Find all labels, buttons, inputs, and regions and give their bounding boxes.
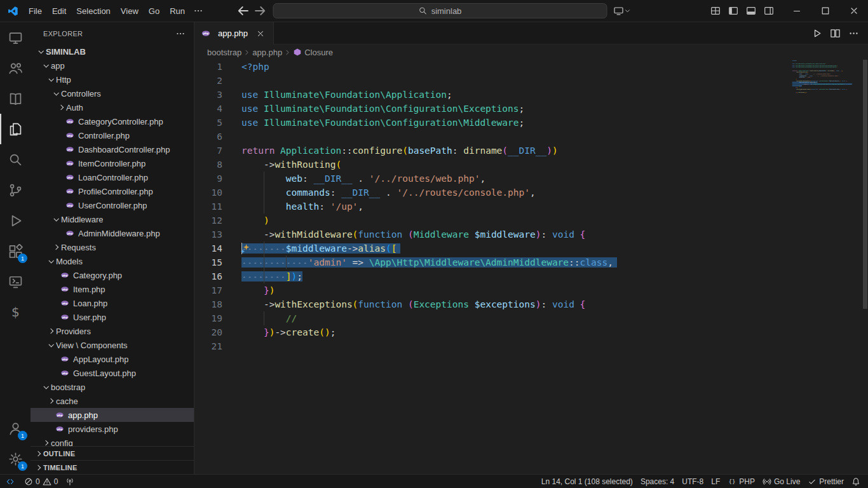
run-code-button[interactable] (811, 28, 822, 39)
tree-item-itemcontroller-php[interactable]: phpItemController.php (31, 156, 194, 170)
line-number[interactable]: 2 (194, 74, 234, 88)
activity-community[interactable] (0, 53, 31, 83)
line-number[interactable]: 6 (194, 130, 234, 144)
status-encoding[interactable]: UTF-8 (678, 475, 707, 488)
tree-item-http[interactable]: Http (31, 72, 194, 86)
activity-search[interactable] (0, 144, 31, 175)
tree-item-providers[interactable]: Providers (31, 324, 194, 338)
section-outline[interactable]: OUTLINE (31, 446, 194, 460)
tree-item-siminlab[interactable]: SIMINLAB (31, 44, 194, 58)
command-center-search[interactable]: siminlab (273, 3, 607, 18)
line-number[interactable]: 14 (194, 241, 234, 255)
activity-source-control[interactable] (0, 175, 31, 205)
line-number[interactable]: 18 (194, 297, 234, 311)
line-number[interactable]: 16 (194, 269, 234, 283)
code-line-15[interactable]: 15 'admin' => \App\Http\Middleware\Admin… (194, 255, 868, 269)
code-line-3[interactable]: 3use Illuminate\Foundation\Application; (194, 88, 868, 102)
tree-item-auth[interactable]: Auth (31, 100, 194, 114)
code-line-1[interactable]: 1<?php (194, 60, 868, 74)
line-number[interactable]: 4 (194, 102, 234, 116)
tree-item-requests[interactable]: Requests (31, 240, 194, 254)
activity-settings[interactable]: 1 (0, 444, 31, 474)
line-number[interactable]: 3 (194, 88, 234, 102)
line-number[interactable]: 8 (194, 158, 234, 172)
customize-layout-button[interactable] (707, 3, 724, 19)
activity-live-preview[interactable] (0, 22, 31, 53)
code-line-7[interactable]: 7return Application::configure(basePath:… (194, 144, 868, 158)
breadcrumb-closure[interactable]: Closure (292, 48, 334, 57)
tree-item-applayout-php[interactable]: phpAppLayout.php (31, 352, 194, 366)
tree-item-profilecontroller-php[interactable]: phpProfileController.php (31, 184, 194, 198)
activity-explorer[interactable] (0, 114, 31, 144)
explorer-more-actions-icon[interactable] (173, 27, 187, 41)
line-number[interactable]: 10 (194, 186, 234, 200)
line-number[interactable]: 15 (194, 255, 234, 269)
code-line-20[interactable]: 20 })->create(); (194, 325, 868, 339)
tree-item-user-php[interactable]: phpUser.php (31, 310, 194, 324)
line-number[interactable]: 5 (194, 116, 234, 130)
tree-item-usercontroller-php[interactable]: phpUserController.php (31, 198, 194, 212)
copilot-sparkle-icon[interactable] (240, 243, 250, 254)
menu-view[interactable]: View (116, 6, 144, 16)
tree-item-category-php[interactable]: phpCategory.php (31, 268, 194, 282)
code-line-13[interactable]: 13 ->withMiddleware(function (Middleware… (194, 227, 868, 241)
breadcrumb-bootstrap[interactable]: bootstrap (206, 48, 243, 57)
status-problems[interactable]: 00 (20, 475, 62, 488)
line-number[interactable]: 1 (194, 60, 234, 74)
menu-more-icon[interactable] (190, 4, 207, 18)
code-line-12[interactable]: 12 ) (194, 214, 868, 227)
code-line-5[interactable]: 5use Illuminate\Foundation\Configuration… (194, 116, 868, 130)
tree-item-config[interactable]: config (31, 436, 194, 446)
code-line-18[interactable]: 18 ->withExceptions(function (Exceptions… (194, 297, 868, 311)
code-line-19[interactable]: 19 // (194, 311, 868, 325)
line-number[interactable]: 20 (194, 325, 234, 339)
code-editor[interactable]: 1<?php23use Illuminate\Foundation\Applic… (194, 60, 868, 474)
status-language-mode[interactable]: {}PHP (724, 475, 759, 488)
tree-item-app-php[interactable]: phpapp.php (31, 408, 194, 422)
line-number[interactable]: 12 (194, 214, 234, 227)
split-editor-button[interactable] (830, 28, 841, 39)
breadcrumb-app-php[interactable]: app.php (251, 48, 283, 57)
code-line-17[interactable]: 17 }) (194, 283, 868, 297)
code-line-9[interactable]: 9 web: __DIR__ . '/../routes/web.php', (194, 172, 868, 186)
line-number[interactable]: 9 (194, 172, 234, 186)
tree-item-item-php[interactable]: phpItem.php (31, 282, 194, 296)
tree-item-categorycontroller-php[interactable]: phpCategoryController.php (31, 114, 194, 128)
status-eol-sequence[interactable]: LF (707, 475, 724, 488)
back-button[interactable] (236, 3, 251, 18)
minimize-button[interactable] (782, 0, 811, 22)
close-window-button[interactable] (839, 0, 868, 22)
status-remote-window[interactable] (0, 475, 20, 488)
maximize-button[interactable] (811, 0, 839, 22)
activity-sponsor[interactable]: $ (0, 297, 31, 327)
tree-item-loan-php[interactable]: phpLoan.php (31, 296, 194, 310)
activity-extensions[interactable]: 1 (0, 236, 31, 266)
activity-accounts[interactable]: 1 (0, 413, 31, 444)
code-line-10[interactable]: 10 commands: __DIR__ . '/../routes/conso… (194, 186, 868, 200)
activity-docs[interactable] (0, 83, 31, 114)
tree-item-adminmiddleware-php[interactable]: phpAdminMiddleware.php (31, 226, 194, 240)
activity-remote-explorer[interactable] (0, 266, 31, 297)
activity-run-debug[interactable] (0, 205, 31, 236)
line-number[interactable]: 21 (194, 339, 234, 353)
code-line-11[interactable]: 11 health: '/up', (194, 200, 868, 214)
code-line-16[interactable]: 16 ]); (194, 269, 868, 283)
code-line-8[interactable]: 8 ->withRouting( (194, 158, 868, 172)
editor-scrollbar[interactable] (863, 60, 867, 309)
toggle-secondary-sidebar-button[interactable] (761, 3, 777, 19)
line-number[interactable]: 17 (194, 283, 234, 297)
tree-item-controller-php[interactable]: phpController.php (31, 128, 194, 142)
tree-item-cache[interactable]: cache (31, 394, 194, 408)
code-line-14[interactable]: 14 $middleware->alias([ (194, 241, 868, 255)
tree-item-loancontroller-php[interactable]: phpLoanController.php (31, 170, 194, 184)
code-line-4[interactable]: 4use Illuminate\Foundation\Configuration… (194, 102, 868, 116)
tree-item-app[interactable]: app (31, 58, 194, 72)
code-line-2[interactable]: 2 (194, 74, 868, 88)
tree-item-middleware[interactable]: Middleware (31, 212, 194, 226)
line-number[interactable]: 7 (194, 144, 234, 158)
tree-item-models[interactable]: Models (31, 254, 194, 268)
status-notifications[interactable] (848, 475, 864, 488)
toggle-primary-sidebar-button[interactable] (725, 3, 742, 19)
line-number[interactable]: 13 (194, 227, 234, 241)
status-indentation[interactable]: Spaces: 4 (637, 475, 678, 488)
